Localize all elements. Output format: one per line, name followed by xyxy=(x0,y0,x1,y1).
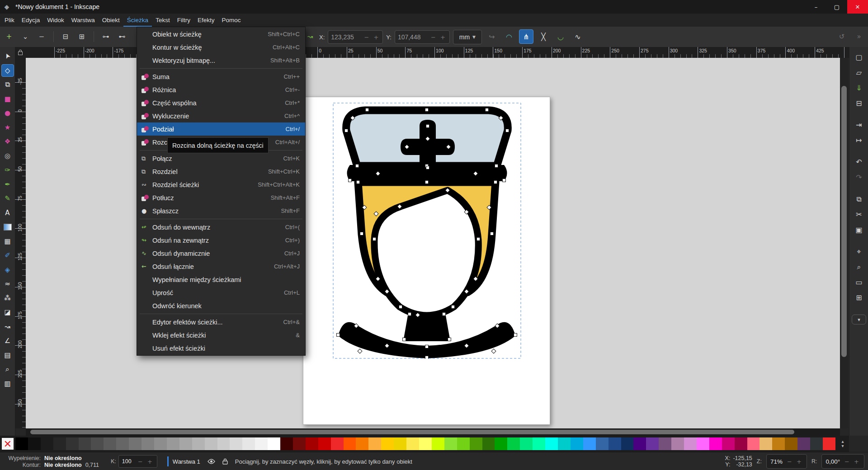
color-swatch[interactable] xyxy=(444,437,457,450)
path-node-cusp[interactable] xyxy=(408,313,411,316)
tweak-tool[interactable]: ≈ xyxy=(1,277,14,290)
rotation-spinner[interactable]: − + xyxy=(844,458,860,465)
color-swatch[interactable] xyxy=(684,437,697,450)
text-tool[interactable]: A xyxy=(1,207,14,219)
color-swatch[interactable] xyxy=(558,437,571,450)
color-swatch[interactable] xyxy=(344,437,356,450)
color-swatch[interactable] xyxy=(217,437,230,450)
join-node-icon[interactable]: ⊞ xyxy=(75,30,88,43)
vertical-ruler[interactable]: -250255075100125150175200225250 xyxy=(15,58,26,428)
menu-efekty[interactable]: Efekty xyxy=(194,14,218,27)
color-swatch[interactable] xyxy=(167,437,179,450)
color-swatch[interactable] xyxy=(255,437,268,450)
menu-item-część-wspólna[interactable]: Część wspólnaCtrl+* xyxy=(137,96,305,109)
selector-tool[interactable]: ➤ xyxy=(1,50,14,62)
open-document-button[interactable]: ▱ xyxy=(852,66,866,79)
menu-item-rozdziel[interactable]: ⧉RozdzielShift+Ctrl+K xyxy=(137,165,305,178)
color-swatch[interactable] xyxy=(230,437,242,450)
menu-warstwa[interactable]: Warstwa xyxy=(68,14,99,27)
color-swatch[interactable] xyxy=(318,437,331,450)
color-swatch[interactable] xyxy=(41,437,53,450)
menu-item-połącz[interactable]: ⧉PołączCtrl+K xyxy=(137,152,305,165)
export-button[interactable]: ↦ xyxy=(852,134,866,146)
path-node-cusp[interactable] xyxy=(366,108,369,112)
menu-item-podział[interactable]: PodziałCtrl+/ xyxy=(137,122,305,136)
toolbar-overflow-chevron[interactable]: » xyxy=(853,30,865,43)
menu-item-spłaszcz[interactable]: ●SpłaszczShift+F xyxy=(137,204,305,217)
x-spinner[interactable]: − + xyxy=(364,34,380,41)
menu-item-rozdziel-ścieżki[interactable]: ∾Rozdziel ścieżkiShift+Ctrl+Alt+K xyxy=(137,178,305,191)
menu-plik[interactable]: Plik xyxy=(1,14,18,27)
delete-segment-icon[interactable]: ⊷ xyxy=(116,30,128,43)
print-button[interactable]: ⊟ xyxy=(852,97,866,109)
node-tool[interactable]: ◇ xyxy=(1,64,14,77)
color-swatch[interactable] xyxy=(621,437,634,450)
path-node-cusp[interactable] xyxy=(506,129,509,132)
path-node-cusp[interactable] xyxy=(337,334,340,337)
insert-node-icon[interactable]: + xyxy=(3,30,15,43)
color-swatch[interactable] xyxy=(91,437,104,450)
menu-item-wykluczenie[interactable]: WykluczenieCtrl+^ xyxy=(137,109,305,122)
color-swatch[interactable] xyxy=(571,437,583,450)
path-node-cusp[interactable] xyxy=(514,334,517,337)
figure-face[interactable] xyxy=(374,190,478,315)
menu-item-edytor-efektów-ścieżki---[interactable]: Edytor efektów ścieżki...Ctrl+& xyxy=(137,315,305,329)
color-swatch[interactable] xyxy=(268,437,280,450)
path-node-cusp[interactable] xyxy=(503,179,506,182)
color-swatch[interactable] xyxy=(205,437,217,450)
menu-item-kontur-w-ścieżkę[interactable]: Kontur w ścieżkęCtrl+Alt+C xyxy=(137,41,305,54)
color-swatch[interactable] xyxy=(507,437,520,450)
duplicate-button[interactable]: ⧉ xyxy=(852,193,866,205)
color-swatch[interactable] xyxy=(154,437,167,450)
new-document-button[interactable]: ▢ xyxy=(852,51,866,63)
page-tool[interactable]: ▤ xyxy=(1,349,14,362)
y-coordinate-field[interactable]: 107,448 − + xyxy=(395,30,450,44)
menu-item-potłucz[interactable]: PotłuczShift+Alt+F xyxy=(137,191,305,204)
maximize-button[interactable]: ▢ xyxy=(826,0,847,14)
path-node-cusp[interactable] xyxy=(477,238,480,241)
color-swatch[interactable] xyxy=(760,437,772,450)
color-swatch[interactable] xyxy=(482,437,495,450)
path-node-smooth[interactable] xyxy=(358,349,362,353)
menu-item-odsuń-do-wewnątrz[interactable]: ↫Odsuń do wewnątrzCtrl+( xyxy=(137,221,305,234)
star-tool[interactable]: ★ xyxy=(1,121,14,134)
y-spinner[interactable]: − + xyxy=(431,34,447,41)
color-swatch[interactable] xyxy=(785,437,797,450)
color-swatch[interactable] xyxy=(823,437,835,450)
horizontal-scrollbar-thumb[interactable] xyxy=(30,430,794,434)
color-swatch[interactable] xyxy=(66,437,79,450)
vertical-scrollbar[interactable] xyxy=(840,58,848,428)
color-swatch[interactable] xyxy=(735,437,747,450)
path-node-cusp[interactable] xyxy=(425,345,429,348)
path-node-cusp[interactable] xyxy=(345,129,348,132)
next-lpe-param-icon[interactable]: ↪ xyxy=(485,29,499,44)
path-node-cusp[interactable] xyxy=(403,338,406,341)
lock-guides-toggle[interactable] xyxy=(15,47,26,58)
color-swatch[interactable] xyxy=(520,437,533,450)
color-swatch[interactable] xyxy=(470,437,482,450)
commands-expander[interactable]: ▾ xyxy=(852,315,866,324)
opacity-spinner[interactable]: − + xyxy=(138,458,154,465)
menu-item-uprość[interactable]: UprośćCtrl+L xyxy=(137,286,305,299)
color-swatch[interactable] xyxy=(293,437,306,450)
color-swatch[interactable] xyxy=(495,437,507,450)
menu-item-wklej-efekt-ścieżki[interactable]: Wklej efekt ścieżki& xyxy=(137,329,305,342)
color-swatch[interactable] xyxy=(810,437,823,450)
path-node-cusp[interactable] xyxy=(425,108,429,112)
edit-clip-icon[interactable]: ◠ xyxy=(502,29,516,44)
reset-rotation-icon[interactable]: ↺ xyxy=(835,30,848,43)
color-swatch[interactable] xyxy=(306,437,318,450)
menu-obiekt[interactable]: Obiekt xyxy=(99,14,123,27)
join-segment-icon[interactable]: ⊶ xyxy=(99,30,112,43)
path-node-cusp[interactable] xyxy=(425,181,429,184)
color-swatch[interactable] xyxy=(79,437,91,450)
menu-filtry[interactable]: Filtry xyxy=(174,14,194,27)
show-handles-icon[interactable]: ⋔ xyxy=(519,29,533,44)
menu-item-odwróć-kierunek[interactable]: Odwróć kierunek xyxy=(137,299,305,312)
pen-tool[interactable]: ✑ xyxy=(1,164,14,176)
color-swatch[interactable] xyxy=(356,437,368,450)
path-node-cusp[interactable] xyxy=(486,108,489,112)
menu-widok[interactable]: Widok xyxy=(43,14,68,27)
layer-visibility-icon[interactable] xyxy=(208,459,215,464)
color-swatch[interactable] xyxy=(129,437,142,450)
